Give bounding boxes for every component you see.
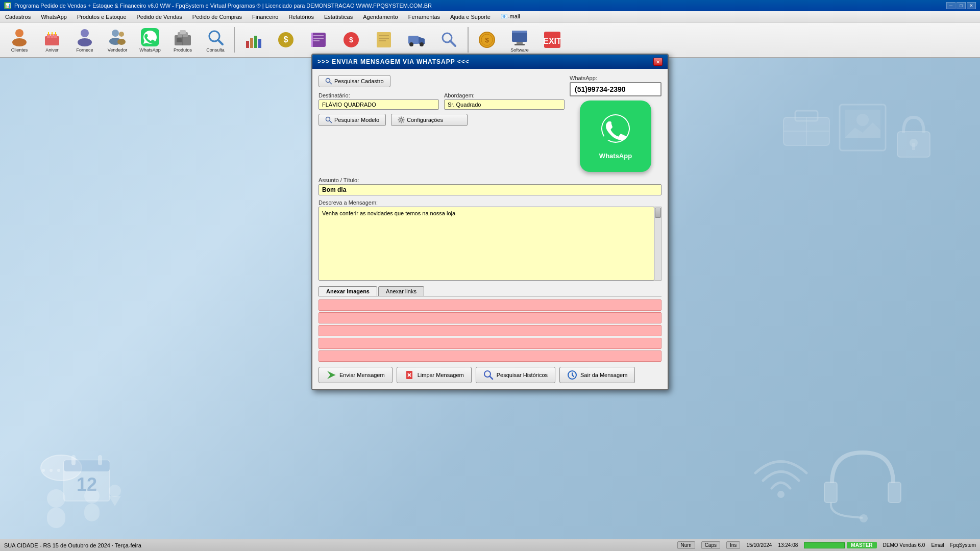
svg-line-74 [450,41,455,46]
image-slot-1[interactable] [318,299,662,311]
menu-bar: Cadastros WhatsApp Produtos e Estoque Pe… [0,11,980,22]
tab-anexar-links[interactable]: Anexar links [378,286,424,296]
toolbar-consulta-button[interactable]: Consulta [200,24,231,56]
vendedor-icon [107,27,128,47]
config-button[interactable]: Configurações [391,114,468,126]
toolbar-chart-button[interactable] [238,24,268,56]
sair-icon [567,370,577,380]
status-master: MASTER [847,542,876,548]
svg-rect-81 [514,44,525,45]
produtos-icon [173,27,193,47]
search-cadastro-button[interactable]: Pesquisar Cadastro [318,75,390,87]
menu-produtos-estoque[interactable]: Produtos e Estoque [72,11,132,22]
pesquisar-historicos-button[interactable]: Pesquisar Históricos [476,367,555,383]
limpar-mensagem-button[interactable]: Limpar Mensagem [397,367,472,383]
toolbar-software-button[interactable]: Software [504,24,535,56]
menu-estatisticas[interactable]: Estatísticas [319,11,358,22]
toolbar-magnify-button[interactable] [434,24,464,56]
modal-close-button[interactable]: ✕ [653,58,663,66]
status-ins: Ins [726,541,740,549]
svg-text:$: $ [284,35,288,44]
destinatario-label: Destinatário: [318,92,439,98]
toolbar-book-button[interactable] [303,24,334,56]
toolbar-whatsapp-button[interactable]: WhatsApp [135,24,165,56]
toolbar-separator [234,27,235,53]
destinatario-input[interactable] [318,99,439,110]
abordagem-input[interactable] [444,99,565,110]
menu-pedido-compras[interactable]: Pedido de Compras [187,11,247,22]
enviar-label: Enviar Mensagem [339,372,385,378]
menu-email[interactable]: 📧-mail [496,11,525,22]
title-bar-controls: ─ □ ✕ [946,2,976,9]
bottom-buttons: Enviar Mensagem Limpar Mensagem [318,367,662,383]
image-slot-4[interactable] [318,338,662,349]
svg-rect-80 [517,42,523,44]
menu-ajuda-suporte[interactable]: Ajuda e Suporte [445,11,496,22]
bg-suitcase-icon [781,99,832,152]
enviar-mensagem-button[interactable]: Enviar Mensagem [318,367,393,383]
whatsapp-phone-input[interactable] [570,82,662,96]
message-textarea[interactable]: Venha conferir as novidades que temos na… [318,207,654,281]
image-slot-3[interactable] [318,325,662,336]
menu-cadastros[interactable]: Cadastros [0,11,36,22]
svg-rect-16 [888,482,901,503]
toolbar: Clientes Aniver Fornece [0,22,980,58]
svg-point-72 [420,42,424,46]
toolbar-note-button[interactable] [369,24,399,56]
maximize-button[interactable]: □ [957,2,966,9]
minimize-button[interactable]: ─ [946,2,955,9]
svg-line-87 [330,121,332,123]
book-icon [308,30,329,50]
aniver-icon [42,27,62,47]
svg-rect-79 [512,31,527,33]
toolbar-money-button[interactable]: $ [336,24,366,56]
assunto-input[interactable] [318,184,662,195]
toolbar-coin-button[interactable]: $ [472,24,502,56]
image-slot-2[interactable] [318,312,662,323]
toolbar-aniver-button[interactable]: Aniver [37,24,67,56]
svg-text:EXIT: EXIT [543,37,561,45]
svg-rect-47 [180,30,186,34]
status-num: Num [677,541,695,549]
svg-point-71 [409,42,413,46]
tab-anexar-imagens[interactable]: Anexar Imagens [318,286,377,296]
toolbar-vendedor-button[interactable]: Vendedor [102,24,133,56]
toolbar-produtos-button[interactable]: Produtos [167,24,198,56]
status-date: 15/10/2024 [746,542,772,548]
money-icon: $ [341,30,361,50]
toolbar-exit-button[interactable]: EXIT [537,24,568,56]
menu-pedido-vendas[interactable]: Pedido de Vendas [132,11,187,22]
menu-whatsapp[interactable]: WhatsApp [36,11,72,22]
search-modelo-button[interactable]: Pesquisar Modelo [318,114,386,126]
toolbar-software-label: Software [510,47,529,53]
message-scrollbar[interactable] [654,207,662,281]
config-icon [398,116,405,123]
exit-icon: EXIT [542,30,562,50]
whatsapp-info: WhatsApp: [570,75,662,96]
svg-rect-65 [377,32,391,47]
image-slot-5[interactable] [318,350,662,362]
whatsapp-logo-text: WhatsApp [599,152,632,160]
toolbar-fornece-button[interactable]: Fornece [69,24,100,56]
dollar-icon: $ [276,30,296,50]
svg-rect-11 [64,460,110,471]
menu-relatorios[interactable]: Relatórios [283,11,319,22]
sair-mensagem-button[interactable]: Sair da Mensagem [559,367,635,383]
magnify-icon [439,30,459,50]
toolbar-clientes-button[interactable]: Clientes [4,24,35,56]
whatsapp-phone-label: WhatsApp: [570,75,597,81]
bg-frame-icon [837,102,888,160]
search-cadastro-icon [325,78,332,85]
image-slots [318,299,662,362]
menu-ferramentas[interactable]: Ferramentas [403,11,445,22]
menu-agendamento[interactable]: Agendamento [358,11,403,22]
toolbar-dollar-button[interactable]: $ [271,24,301,56]
toolbar-whatsapp-label: WhatsApp [139,47,161,53]
bg-headset-icon [822,442,903,536]
svg-rect-13 [98,455,102,465]
svg-point-3 [57,469,60,472]
window-close-button[interactable]: ✕ [967,2,976,9]
svg-point-1 [42,469,45,472]
toolbar-truck-button[interactable] [401,24,432,56]
menu-financeiro[interactable]: Financeiro [247,11,283,22]
